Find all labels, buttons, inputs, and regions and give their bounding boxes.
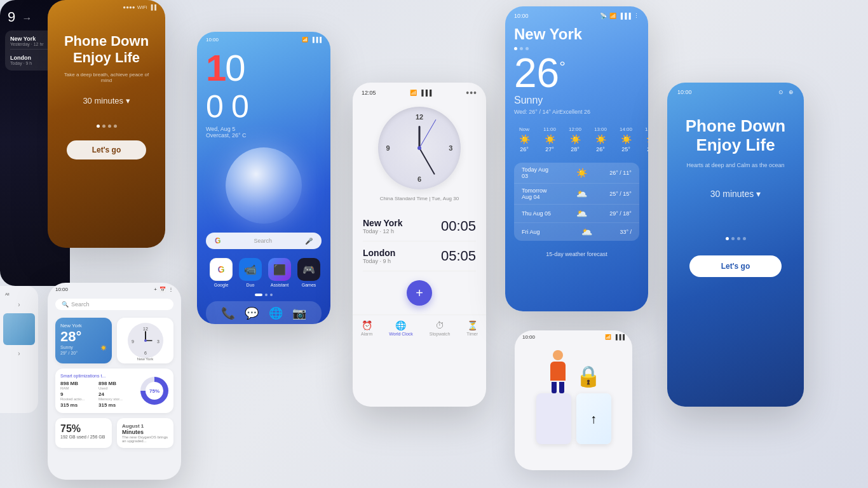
- weather-date-air: Wed: 26° / 14° AirExcellent 26: [505, 107, 648, 121]
- phone-android: 10:00 📶 ▐▐▐ 10 0 0 Wed, Aug 5 Overcast, …: [197, 32, 330, 324]
- widget-search[interactable]: 🔍 Search: [55, 299, 173, 310]
- mic-icon: 🎤: [305, 238, 313, 245]
- status-bar-zen-left: ●●●●WiFi▐▐: [48, 0, 165, 14]
- clock-subtitle: China Standard Time | Tue, Aug 30: [353, 196, 486, 201]
- zen-left-time: 30 minutes ▾: [60, 96, 153, 105]
- weather-city: New York: [505, 22, 648, 47]
- daily-tomorrow: Tomorrow Aug 04 🌥️ 25° / 15°: [514, 184, 639, 205]
- nav-worldclock[interactable]: 🌐 World Clock: [389, 320, 413, 336]
- small-right-status-bar: 10:00 📶 ▐▐▐: [515, 330, 632, 344]
- android-status-bar: 10:00 📶 ▐▐▐: [197, 32, 330, 47]
- app-duo[interactable]: 📹 Duo: [239, 258, 262, 287]
- google-logo: G: [215, 236, 220, 245]
- widget-status-bar: 10:00 + 📅 ⋮: [48, 283, 181, 296]
- daily-thu: Thu Aug 05 🌥️ 29° / 18°: [514, 205, 639, 223]
- zen-left-title: Phone Down Enjoy Life: [60, 33, 153, 67]
- phone-tiny-left: All › ›: [0, 286, 38, 413]
- mini-clock: 12 3 6 9 New York: [128, 323, 163, 358]
- zen-left-letsgo-button[interactable]: Let's go: [67, 140, 147, 159]
- forecast-button[interactable]: 15-day weather forecast: [505, 246, 648, 262]
- dock-camera[interactable]: 📷: [292, 306, 306, 320]
- android-clock: 10 0 0 Wed, Aug 5 Overcast, 26° C: [197, 50, 330, 139]
- scene: ●●●●WiFi▐▐ Phone Down Enjoy Life Take a …: [0, 0, 868, 488]
- android-page-dots: [197, 294, 330, 296]
- zen-blue-letsgo-button[interactable]: Let's go: [689, 255, 782, 277]
- menu-dots[interactable]: •••: [466, 88, 477, 98]
- status-icons: ●●●●WiFi▐▐: [123, 4, 156, 10]
- android-search-bar[interactable]: G Search 🎤: [206, 233, 322, 249]
- app-screenshots: ↑: [536, 393, 611, 444]
- weather-condition: Sunny: [505, 93, 648, 107]
- dock-phone[interactable]: 📞: [221, 306, 235, 320]
- svg-text:12: 12: [143, 327, 148, 331]
- weather-status-bar: 10:00 📡 📶 ▐▐▐ ⋮: [505, 6, 648, 22]
- clock-status-bar: 12:05 📶 ▐▐▐ •••: [353, 83, 486, 100]
- weather-daily: Today Aug 03 ☀️ 26° / 11° Tomorrow Aug 0…: [514, 163, 639, 241]
- phone-weather: 10:00 📡 📶 ▐▐▐ ⋮ New York 26 ° Sunny Wed:…: [505, 6, 648, 311]
- dock-messages[interactable]: 💬: [245, 306, 259, 320]
- android-orb: [226, 147, 302, 224]
- svg-text:9: 9: [132, 339, 134, 344]
- wc-item-london: London Today · 9 h 05:05: [363, 241, 476, 271]
- weather-temp-display: 26 °: [505, 53, 648, 93]
- phone-clock: 12:05 📶 ▐▐▐ ••• 12 3 6 9 China Standard …: [353, 83, 486, 407]
- small-right-content: 🔒 ↑: [515, 344, 632, 451]
- illustration: 🔒: [546, 350, 601, 388]
- daily-fri: Fri Aug 🌥️ 33° /: [514, 223, 639, 241]
- zen-blue-content: Phone Down Enjoy Life Hearts at deep and…: [667, 98, 804, 290]
- bottom-widgets: 75% 192 GB used / 256 GB August 1 Minute…: [48, 418, 181, 453]
- phone-widget: 10:00 + 📅 ⋮ 🔍 Search New York 28° Sunny …: [48, 283, 181, 480]
- zen-left-content: Phone Down Enjoy Life Take a deep breath…: [48, 27, 165, 166]
- nav-stopwatch[interactable]: ⏱ Stopwatch: [430, 320, 451, 336]
- phone-small-right: 10:00 📶 ▐▐▐: [515, 330, 632, 470]
- widget-grid: New York 28° Sunny ☀️ 29° / 20° 12 3 6 9: [48, 313, 181, 418]
- weather-hourly: Now ☀️ 26° 11:00 ☀️ 27° 12:00 ☀️ 28° 13:…: [505, 121, 648, 158]
- minutes-widget: August 1 Minutes The new OxygenOS brings…: [117, 418, 173, 448]
- phone-zen-left: ●●●●WiFi▐▐ Phone Down Enjoy Life Take a …: [48, 0, 165, 248]
- zen-blue-dots: [680, 237, 791, 240]
- wc-item-newyork: New York Today · 12 h 00:05: [363, 212, 476, 241]
- lock-icon: 🔒: [576, 364, 601, 388]
- nav-alarm[interactable]: ⏰ Alarm: [361, 320, 372, 336]
- phone-zen-blue: 10:00 ⊙ ⊕ Phone Down Enjoy Life Hearts a…: [667, 83, 804, 407]
- app-games[interactable]: 🎮 Games: [297, 258, 320, 287]
- clock-bottom-nav: ⏰ Alarm 🌐 World Clock ⏱ Stopwatch ⏳ Time…: [353, 315, 486, 344]
- second-hand: [419, 119, 437, 149]
- dock-chrome[interactable]: 🌐: [269, 306, 283, 320]
- app-google[interactable]: G Google: [210, 258, 233, 287]
- zen-left-dots: [60, 125, 153, 128]
- battery-widget: 75% 192 GB used / 256 GB: [55, 418, 112, 448]
- svg-text:3: 3: [157, 339, 159, 344]
- clock-widget-card: 12 3 6 9 New York: [117, 318, 173, 363]
- memory-widget-card: Smart optimizations t... 898 MBRAM 898 M…: [55, 369, 173, 413]
- minute-hand: [419, 148, 435, 175]
- zen-left-subtitle: Take a deep breath, achieve peace of min…: [60, 72, 153, 83]
- memory-donut-chart: [140, 377, 168, 405]
- android-dock: 📞 💬 🌐 📷: [206, 301, 322, 324]
- nav-timer[interactable]: ⏳ Timer: [466, 320, 478, 336]
- svg-point-7: [144, 339, 147, 342]
- zen-blue-status-bar: 10:00 ⊙ ⊕: [667, 83, 804, 98]
- daily-today: Today Aug 03 ☀️ 26° / 11°: [514, 163, 639, 184]
- app-assistant[interactable]: ⬛ Assistant: [268, 258, 291, 287]
- world-clock-list: New York Today · 12 h 00:05 London Today…: [353, 212, 486, 271]
- analog-clock: 12 3 6 9: [378, 107, 461, 189]
- add-clock-button[interactable]: +: [407, 280, 432, 306]
- svg-text:6: 6: [144, 351, 147, 355]
- weather-widget-card: New York 28° Sunny ☀️ 29° / 20°: [55, 318, 112, 363]
- android-app-grid: G Google 📹 Duo ⬛ Assistant 🎮 Games: [197, 258, 330, 294]
- widget-toolbar: 🔍 Search: [48, 296, 181, 313]
